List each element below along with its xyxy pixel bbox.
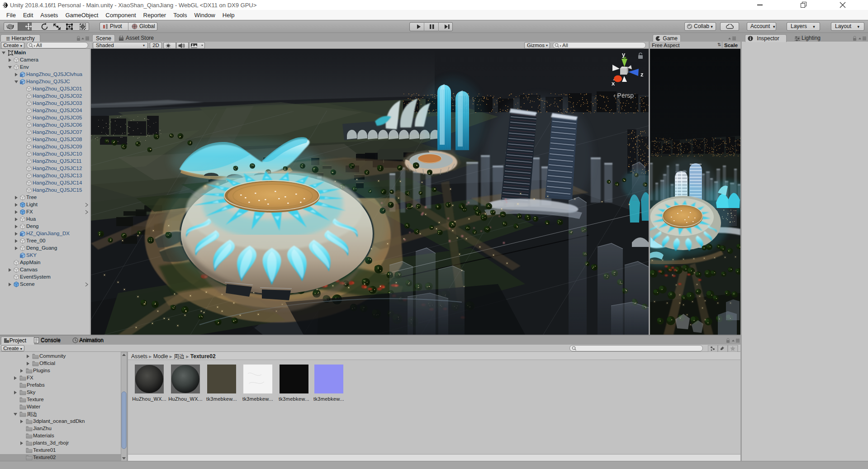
svg-text:x: x xyxy=(612,80,615,87)
svg-text:z: z xyxy=(640,71,644,78)
svg-text:‹ Persp: ‹ Persp xyxy=(613,92,634,99)
svg-text:y: y xyxy=(622,51,626,58)
